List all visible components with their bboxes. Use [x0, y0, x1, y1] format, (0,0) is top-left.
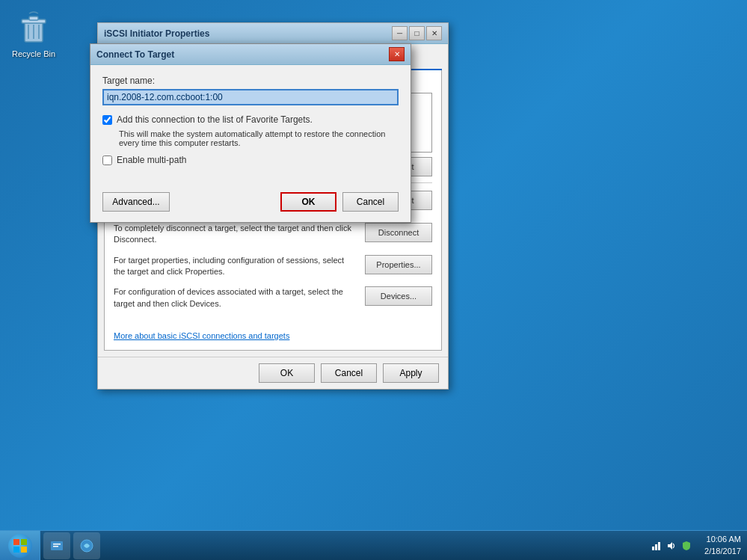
svg-rect-11 [53, 544, 61, 545]
speaker-icon [666, 541, 677, 551]
shield-icon [681, 541, 692, 551]
svg-rect-6 [13, 539, 19, 545]
svg-rect-7 [21, 539, 27, 545]
target-name-input[interactable] [102, 89, 399, 105]
dialog-close-button[interactable]: ✕ [389, 47, 405, 61]
properties-action-row: For target properties, including configu… [114, 252, 432, 278]
dialog-content: Target name: Add this connection to the … [90, 65, 411, 186]
devices-action-text: For configuration of devices associated … [114, 286, 365, 310]
dialog-footer: Advanced... OK Cancel [90, 186, 411, 222]
iscsi-window-titlebar: iSCSI Initiator Properties ─ □ ✕ [98, 23, 448, 44]
connect-to-target-dialog: Connect To Target ✕ Target name: Add thi… [90, 43, 411, 223]
apply-footer-button[interactable]: Apply [383, 363, 439, 383]
taskbar-app-1[interactable] [43, 532, 70, 559]
devices-button[interactable]: Devices... [365, 286, 432, 306]
disconnect-action-text: To completely disconnect a target, selec… [114, 223, 365, 246]
checkbox1-label: Add this connection to the list of Favor… [117, 114, 313, 125]
window-footer: OK Cancel Apply [98, 357, 448, 389]
start-orb [8, 534, 32, 558]
properties-action-text: For target properties, including configu… [114, 255, 365, 278]
maximize-button[interactable]: □ [409, 26, 425, 40]
svg-rect-9 [21, 547, 27, 553]
taskbar: 10:06 AM 2/18/2017 [0, 530, 747, 560]
iscsi-link[interactable]: More about basic iSCSI connections and t… [114, 331, 289, 340]
recycle-bin-graphic [19, 10, 49, 46]
svg-rect-12 [53, 546, 58, 547]
disconnect-action-row: To completely disconnect a target, selec… [114, 220, 432, 246]
ok-footer-button[interactable]: OK [259, 363, 315, 383]
taskbar-app-icon-1 [49, 538, 64, 553]
properties-button[interactable]: Properties... [365, 255, 432, 274]
start-button[interactable] [0, 531, 40, 561]
taskbar-clock[interactable]: 10:06 AM 2/18/2017 [704, 534, 741, 557]
svg-rect-14 [652, 547, 654, 550]
ok-cancel-group: OK Cancel [280, 192, 399, 212]
recycle-bin-label: Recycle Bin [12, 49, 55, 58]
recycle-bin-icon[interactable]: Recycle Bin [7, 7, 60, 61]
speaker-tray-icon[interactable] [665, 540, 677, 552]
system-tray-icons [651, 540, 692, 552]
taskbar-app-2[interactable] [73, 532, 100, 559]
svg-rect-2 [29, 16, 38, 20]
iscsi-window-title: iSCSI Initiator Properties [104, 28, 392, 39]
cancel-footer-button[interactable]: Cancel [321, 363, 377, 383]
devices-action-row: For configuration of devices associated … [114, 283, 432, 310]
checkbox2-label: Enable multi-path [117, 155, 186, 165]
svg-rect-8 [13, 547, 19, 553]
checkbox1-sub: This will make the system automatically … [102, 129, 399, 147]
dialog-title: Connect To Target [96, 49, 389, 60]
checkbox2-row: Enable multi-path [102, 155, 399, 165]
close-window-button[interactable]: ✕ [426, 26, 442, 40]
shield-tray-icon[interactable] [680, 540, 692, 552]
taskbar-right: 10:06 AM 2/18/2017 [651, 534, 747, 557]
svg-rect-16 [658, 542, 660, 550]
svg-marker-17 [668, 542, 672, 550]
add-to-favorites-checkbox[interactable] [102, 115, 112, 125]
disconnect-button[interactable]: Disconnect [365, 223, 432, 242]
network-icon [651, 541, 662, 551]
dialog-cancel-button[interactable]: Cancel [342, 192, 399, 212]
window-controls: ─ □ ✕ [392, 26, 442, 40]
network-tray-icon[interactable] [651, 540, 663, 552]
dialog-titlebar: Connect To Target ✕ [90, 44, 411, 65]
windows-logo-icon [13, 538, 28, 553]
taskbar-app-icon-2 [79, 538, 94, 553]
checkbox1-row: Add this connection to the list of Favor… [102, 114, 399, 125]
target-name-label: Target name: [102, 76, 399, 86]
svg-rect-15 [655, 544, 657, 550]
clock-date: 2/18/2017 [704, 546, 741, 557]
advanced-button[interactable]: Advanced... [102, 192, 170, 212]
enable-multipath-checkbox[interactable] [102, 156, 112, 165]
minimize-button[interactable]: ─ [392, 26, 408, 40]
clock-time: 10:06 AM [704, 534, 741, 545]
dialog-ok-button[interactable]: OK [280, 192, 336, 212]
desktop: Recycle Bin iSCSI Initiator Properties ─… [0, 0, 747, 560]
